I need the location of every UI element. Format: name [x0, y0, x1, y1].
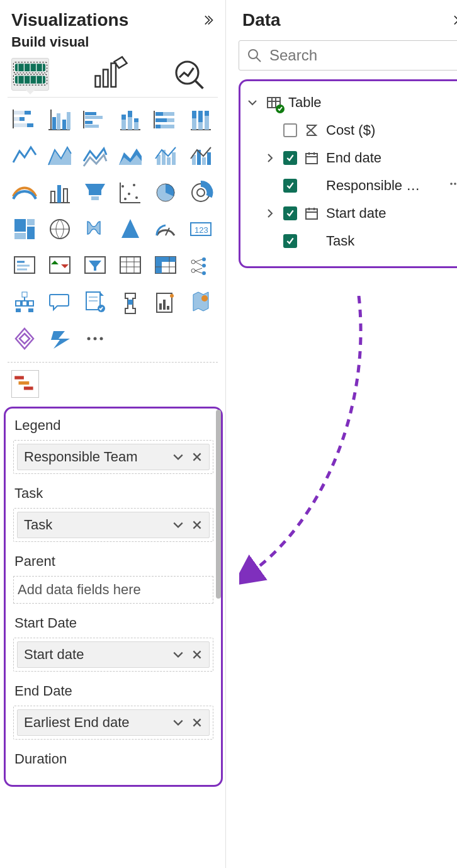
viz-paginated-icon[interactable] [188, 289, 214, 315]
viz-table-icon[interactable] [117, 252, 144, 279]
field-row-cost[interactable]: Cost ($) [262, 116, 457, 144]
search-input-wrap[interactable] [239, 40, 457, 70]
visualizations-collapse-button[interactable] [201, 14, 214, 26]
search-input[interactable] [268, 46, 457, 65]
chevron-down-icon[interactable] [172, 519, 184, 531]
table-icon [266, 94, 282, 111]
viz-stacked-area-icon[interactable] [82, 143, 108, 169]
close-icon[interactable] [191, 649, 203, 660]
viz-line-icon[interactable] [11, 143, 38, 169]
viz-waterfall-icon[interactable] [11, 179, 38, 206]
well-chip-start-date[interactable]: Start date [17, 641, 210, 668]
checkbox[interactable] [283, 179, 297, 193]
close-icon[interactable] [191, 717, 203, 728]
viz-100-stacked-bar-icon[interactable] [152, 106, 179, 133]
viz-more-icon[interactable] [82, 325, 108, 352]
viz-power-automate-icon[interactable] [47, 325, 73, 352]
viz-donut-icon[interactable] [152, 179, 179, 206]
format-tab[interactable] [91, 58, 128, 91]
check-badge-icon [276, 104, 285, 113]
viz-smart-narrative-icon[interactable] [152, 289, 179, 315]
svg-marker-91 [121, 219, 139, 238]
svg-point-146 [94, 337, 97, 341]
viz-azure-map-icon[interactable] [82, 216, 108, 242]
viz-map-icon[interactable] [11, 216, 38, 242]
svg-rect-88 [27, 227, 35, 239]
svg-rect-137 [159, 303, 162, 310]
viz-matrix-icon[interactable] [152, 252, 179, 279]
checkbox[interactable] [283, 151, 297, 165]
viz-qna-icon[interactable] [47, 289, 73, 315]
gantt-visual-icon[interactable] [11, 370, 39, 398]
viz-scatter-icon[interactable] [82, 179, 108, 206]
svg-line-118 [195, 268, 202, 271]
viz-pie-icon[interactable] [117, 179, 144, 206]
viz-treemap-icon[interactable] [188, 179, 214, 206]
viz-funnel-icon[interactable] [47, 179, 73, 206]
viz-key-influencers-icon[interactable] [82, 289, 108, 315]
close-icon[interactable] [191, 519, 203, 531]
well-label: Legend [14, 417, 213, 434]
svg-rect-71 [57, 185, 61, 203]
viz-python-visual-icon[interactable] [11, 289, 38, 315]
viz-power-apps-icon[interactable] [11, 325, 38, 352]
more-icon[interactable] [449, 178, 457, 194]
chevron-down-icon[interactable] [172, 649, 184, 660]
svg-rect-67 [202, 157, 206, 165]
viz-filled-map-icon[interactable] [47, 216, 73, 242]
svg-point-140 [170, 294, 174, 298]
viz-line-stacked-column-icon[interactable] [117, 143, 144, 169]
checkbox[interactable] [283, 206, 297, 220]
chip-text: Start date [24, 646, 84, 663]
viz-multi-row-card-icon[interactable] [11, 252, 38, 279]
data-collapse-button[interactable] [451, 14, 457, 26]
table-node[interactable]: Table [244, 89, 457, 116]
viz-line-clustered-column-icon[interactable] [152, 143, 179, 169]
viz-gauge-icon[interactable] [152, 216, 179, 242]
svg-rect-28 [52, 117, 56, 130]
viz-decomposition-tree-icon[interactable] [117, 289, 144, 315]
well-empty-drop[interactable]: Add data fields here [13, 576, 213, 604]
viz-stacked-column-icon[interactable] [82, 106, 108, 133]
viz-ribbon-icon[interactable] [188, 143, 214, 169]
chevron-right-icon[interactable] [263, 153, 277, 163]
build-tab[interactable] [11, 58, 49, 91]
field-row-start-date[interactable]: Start date [262, 200, 457, 227]
well-start-date: Start Date Start date [13, 615, 213, 672]
analytics-tab[interactable] [170, 58, 208, 91]
svg-marker-144 [51, 331, 70, 349]
viz-area-icon[interactable] [47, 143, 73, 169]
field-row-end-date[interactable]: End date [262, 144, 457, 172]
build-visual-label: Build visual [0, 34, 225, 55]
chevron-down-icon[interactable] [245, 98, 259, 108]
well-chip-task[interactable]: Task [17, 512, 210, 538]
close-icon[interactable] [191, 451, 203, 463]
field-name: End date [326, 150, 457, 166]
well-chip-legend[interactable]: Responsible Team [17, 444, 210, 470]
svg-point-147 [100, 337, 103, 341]
svg-point-161 [450, 183, 453, 185]
field-row-task[interactable]: Task [262, 227, 457, 255]
viz-clustered-bar-icon[interactable] [47, 106, 73, 133]
scrollbar-thumb[interactable] [216, 410, 221, 599]
well-duration: Duration [13, 751, 213, 767]
viz-clustered-column-icon[interactable] [117, 106, 144, 133]
chevron-down-icon[interactable] [172, 717, 184, 728]
viz-r-visual-icon[interactable] [188, 252, 214, 279]
viz-slicer-icon[interactable] [82, 252, 108, 279]
field-row-responsible[interactable]: Responsible … [262, 172, 457, 200]
svg-rect-164 [306, 209, 317, 219]
viz-card-icon[interactable]: 123 [188, 216, 214, 242]
svg-rect-89 [14, 233, 26, 239]
checkbox[interactable] [283, 123, 297, 137]
svg-rect-19 [13, 111, 25, 115]
viz-stacked-bar-icon[interactable] [11, 106, 38, 133]
checkbox[interactable] [283, 234, 297, 248]
field-name: Cost ($) [326, 122, 457, 138]
viz-100-stacked-column-icon[interactable] [188, 106, 214, 133]
chevron-down-icon[interactable] [172, 451, 184, 463]
viz-arcgis-icon[interactable] [117, 216, 144, 242]
viz-kpi-icon[interactable] [47, 252, 73, 279]
well-chip-end-date[interactable]: Earliest End date [17, 709, 210, 736]
chevron-right-icon[interactable] [263, 208, 277, 218]
